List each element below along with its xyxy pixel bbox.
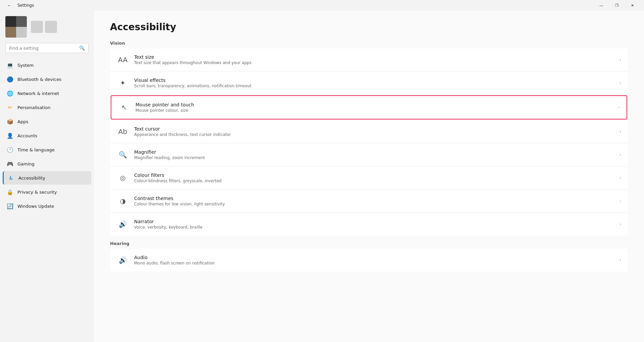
visual-effects-name: Visual effects xyxy=(134,78,620,83)
mouse-pointer-chevron-icon: › xyxy=(618,105,620,110)
avatar-quadrant-3 xyxy=(5,27,16,38)
text-cursor-icon: Ab xyxy=(117,126,129,138)
update-label: Windows Update xyxy=(17,204,54,209)
mouse-pointer-description: Mouse pointer colour, size xyxy=(136,108,618,113)
text-size-name: Text size xyxy=(134,54,620,60)
magnifier-icon: 🔍 xyxy=(117,149,129,161)
sidebar-nav: 💻System🔵Bluetooth & devices🌐Network & in… xyxy=(0,58,94,213)
title-bar: ← Settings — ❐ ✕ xyxy=(0,0,644,11)
page-title: Accessibility xyxy=(110,21,628,33)
search-icon: 🔍 xyxy=(79,45,85,51)
sidebar-item-bluetooth[interactable]: 🔵Bluetooth & devices xyxy=(3,72,91,86)
audio-description: Mono audio, flash screen on notification xyxy=(134,261,620,265)
restore-button[interactable]: ❐ xyxy=(609,0,625,11)
profile-boxes xyxy=(31,21,57,33)
update-icon: 🔄 xyxy=(7,203,13,209)
gaming-icon: 🎮 xyxy=(7,160,13,167)
audio-chevron-icon: › xyxy=(620,258,621,262)
title-bar-controls: — ❐ ✕ xyxy=(594,0,640,11)
text-size-icon: AA xyxy=(117,54,129,66)
visual-effects-icon: ✦ xyxy=(117,77,129,89)
search-container: 🔍 xyxy=(0,40,94,58)
setting-item-narrator[interactable]: 🔊NarratorVoice, verbosity, keyboard, bra… xyxy=(110,213,628,236)
sidebar-item-apps[interactable]: 📦Apps xyxy=(3,115,91,128)
minimize-button[interactable]: — xyxy=(594,0,609,11)
sidebar: 🔍 💻System🔵Bluetooth & devices🌐Network & … xyxy=(0,11,94,342)
text-size-text: Text sizeText size that appears througho… xyxy=(134,54,620,65)
contrast-themes-description: Colour themes for low vision, light sens… xyxy=(134,202,620,206)
sidebar-item-system[interactable]: 💻System xyxy=(3,58,91,72)
apps-icon: 📦 xyxy=(7,118,13,125)
setting-item-contrast-themes[interactable]: ◑Contrast themesColour themes for low vi… xyxy=(110,190,628,213)
network-label: Network & internet xyxy=(17,91,59,96)
accounts-icon: 👤 xyxy=(7,132,13,139)
sidebar-item-network[interactable]: 🌐Network & internet xyxy=(3,87,91,100)
text-size-description: Text size that appears throughout Window… xyxy=(134,60,620,65)
accessibility-label: Accessibility xyxy=(18,176,45,181)
network-icon: 🌐 xyxy=(7,90,13,97)
personalisation-label: Personalisation xyxy=(17,105,51,110)
section-label-vision: Vision xyxy=(110,41,628,46)
search-box[interactable]: 🔍 xyxy=(5,43,89,53)
setting-item-mouse-pointer[interactable]: ↖Mouse pointer and touchMouse pointer co… xyxy=(111,95,627,119)
magnifier-description: Magnifier reading, zoom increment xyxy=(134,155,620,160)
narrator-name: Narrator xyxy=(134,219,620,224)
close-button[interactable]: ✕ xyxy=(625,0,640,11)
setting-item-colour-filters[interactable]: ◎Colour filtersColour-blindness filters,… xyxy=(110,166,628,190)
contrast-themes-name: Contrast themes xyxy=(134,196,620,201)
setting-item-magnifier[interactable]: 🔍MagnifierMagnifier reading, zoom increm… xyxy=(110,143,628,166)
colour-filters-icon: ◎ xyxy=(117,172,129,184)
sidebar-item-update[interactable]: 🔄Windows Update xyxy=(3,199,91,213)
sidebar-item-accounts[interactable]: 👤Accounts xyxy=(3,129,91,142)
setting-item-audio[interactable]: 🔊AudioMono audio, flash screen on notifi… xyxy=(110,249,628,272)
setting-item-visual-effects[interactable]: ✦Visual effectsScroll bars, transparency… xyxy=(110,71,628,95)
title-bar-left: ← Settings xyxy=(4,0,594,11)
visual-effects-text: Visual effectsScroll bars, transparency,… xyxy=(134,78,620,88)
mouse-pointer-icon: ↖ xyxy=(118,101,130,113)
avatar xyxy=(5,16,27,38)
settings-list-vision: AAText sizeText size that appears throug… xyxy=(110,48,628,236)
magnifier-name: Magnifier xyxy=(134,149,620,155)
app-body: 🔍 💻System🔵Bluetooth & devices🌐Network & … xyxy=(0,11,644,342)
text-cursor-chevron-icon: › xyxy=(620,129,621,134)
system-icon: 💻 xyxy=(7,62,13,68)
settings-list-hearing: 🔊AudioMono audio, flash screen on notifi… xyxy=(110,249,628,272)
narrator-icon: 🔊 xyxy=(117,218,129,230)
visual-effects-chevron-icon: › xyxy=(620,81,621,85)
time-icon: 🕐 xyxy=(7,146,13,153)
search-input[interactable] xyxy=(9,46,76,51)
audio-icon: 🔊 xyxy=(117,254,129,266)
gaming-label: Gaming xyxy=(17,161,35,166)
title-bar-title: Settings xyxy=(17,3,34,8)
sidebar-item-time[interactable]: 🕐Time & language xyxy=(3,143,91,156)
sidebar-item-accessibility[interactable]: ♿Accessibility xyxy=(3,171,91,185)
contrast-themes-text: Contrast themesColour themes for low vis… xyxy=(134,196,620,206)
back-button[interactable]: ← xyxy=(4,0,15,11)
setting-item-text-size[interactable]: AAText sizeText size that appears throug… xyxy=(110,48,628,71)
sidebar-item-privacy[interactable]: 🔒Privacy & security xyxy=(3,185,91,199)
narrator-description: Voice, verbosity, keyboard, braille xyxy=(134,225,620,230)
main-content: Accessibility VisionAAText sizeText size… xyxy=(94,11,644,342)
mouse-pointer-text: Mouse pointer and touchMouse pointer col… xyxy=(136,102,618,113)
colour-filters-name: Colour filters xyxy=(134,173,620,178)
contrast-themes-chevron-icon: › xyxy=(620,199,621,203)
sidebar-item-personalisation[interactable]: ✏️Personalisation xyxy=(3,101,91,114)
sidebar-profile xyxy=(0,11,94,40)
accessibility-icon: ♿ xyxy=(8,175,14,181)
narrator-chevron-icon: › xyxy=(620,222,621,227)
magnifier-text: MagnifierMagnifier reading, zoom increme… xyxy=(134,149,620,160)
text-cursor-description: Appearance and thickness, text cursor in… xyxy=(134,132,620,137)
audio-text: AudioMono audio, flash screen on notific… xyxy=(134,255,620,265)
colour-filters-text: Colour filtersColour-blindness filters, … xyxy=(134,173,620,183)
text-cursor-name: Text cursor xyxy=(134,126,620,132)
contrast-themes-icon: ◑ xyxy=(117,195,129,207)
profile-box-1 xyxy=(31,21,43,33)
setting-item-text-cursor[interactable]: AbText cursorAppearance and thickness, t… xyxy=(110,120,628,143)
avatar-quadrant-2 xyxy=(16,16,27,27)
mouse-pointer-name: Mouse pointer and touch xyxy=(136,102,618,107)
system-label: System xyxy=(17,63,34,68)
colour-filters-chevron-icon: › xyxy=(620,176,621,180)
visual-effects-description: Scroll bars, transparency, animations, n… xyxy=(134,84,620,88)
sidebar-item-gaming[interactable]: 🎮Gaming xyxy=(3,157,91,170)
colour-filters-description: Colour-blindness filters, greyscale, inv… xyxy=(134,179,620,183)
